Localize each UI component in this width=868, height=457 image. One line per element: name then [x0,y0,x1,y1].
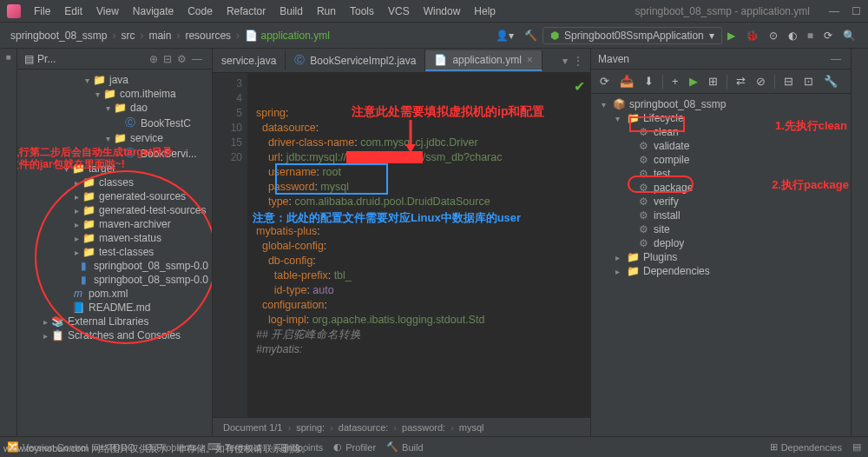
watermark: www.toymoban.com 网络图片仅供展示，非存储。如有侵权请联系删除。 [3,442,311,455]
update-icon[interactable]: ⟳ [819,26,838,45]
crumb-src[interactable]: src [117,30,138,42]
coverage-icon[interactable]: ⊙ [764,26,783,45]
menu-tools[interactable]: Tools [344,3,380,19]
toggle-skip-icon[interactable]: ⇄ [733,73,749,89]
menu-help[interactable]: Help [468,3,502,19]
editor-area: service.java ⒸBookServiceImpl2.java 📄app… [213,49,590,436]
menu-vcs[interactable]: VCS [382,3,416,19]
crumb-resources[interactable]: resources [181,30,234,42]
crumb-project[interactable]: springboot_08_ssmp [7,30,110,42]
arrow-icon [402,120,419,153]
collapse-all-icon[interactable]: ⊟ [780,73,797,89]
dependencies-button[interactable]: ⊞ Dependencies [770,441,842,453]
more-icon[interactable]: ⋮ [573,55,583,67]
right-tool-strip [851,49,868,436]
line-gutter: 345101520 [213,73,247,417]
status-ok-icon: ✔ [574,78,585,95]
annotation-target: 执行第二步后会自动生成target目录 文件的jar包就在里面啦~! [17,146,173,170]
maven-toolbar: ⟳ 📥 ⬇ + ▶ ⊞ ⇄ ⊘ ⊟ ⊡ 🔧 [591,70,851,94]
generate-icon[interactable]: 📥 [616,73,637,89]
menu-code[interactable]: Code [181,3,219,19]
maven-panel: Maven — ⟳ 📥 ⬇ + ▶ ⊞ ⇄ ⊘ ⊟ ⊡ 🔧 ▾📦springbo… [590,49,851,436]
run-icon[interactable]: ▶ [722,26,740,45]
crumb-file[interactable]: 📄 application.yml [241,30,333,42]
add-icon[interactable]: + [668,73,682,89]
stop-icon[interactable]: ■ [802,26,819,45]
chevron-down-icon: ▾ [709,30,714,42]
project-tree[interactable]: ▾📁java ▾📁com.itheima ▾📁dao ⒸBookTestC ▾📁… [17,70,212,346]
run-maven-icon[interactable]: ▶ [686,73,701,89]
download-icon[interactable]: ⬇ [641,73,657,89]
annotation-clean: 1.先执行clean [775,118,847,134]
menu-file[interactable]: File [28,3,56,19]
project-tool-icon: ▤ [24,53,34,65]
maven-panel-title: Maven [598,53,828,65]
settings-icon[interactable]: ⚙ [174,53,189,65]
minimize-icon[interactable]: — [829,5,839,17]
code-editor[interactable]: spring: datasource: driver-class-name: c… [247,73,590,417]
project-panel-title: Pr... [37,53,147,65]
collapse-icon[interactable]: ⊟ [161,53,174,65]
project-tool-icon[interactable]: ■ [5,52,10,62]
menu-build[interactable]: Build [273,3,309,19]
hide-icon[interactable]: — [828,53,844,65]
left-tool-strip: ■ [0,49,17,436]
user-icon[interactable]: 👤▾ [490,26,519,45]
crumb-main[interactable]: main [145,30,174,42]
navigation-bar: springboot_08_ssmp src main resources 📄 … [0,23,868,49]
reload-icon[interactable]: ⟳ [596,73,613,89]
hide-icon[interactable]: — [189,53,205,65]
menu-window[interactable]: Window [418,3,467,19]
debug-icon[interactable]: 🐞 [740,26,764,45]
annotation-ip: 注意此处需要填拟虚拟机的ip和配置 [352,104,544,119]
tab-bookservice[interactable]: ⒸBookServiceImpl2.java [286,50,425,71]
profiler-button[interactable]: ◐ Profiler [333,441,376,453]
menu-navigate[interactable]: Navigate [127,3,180,19]
execute-icon[interactable]: ⊞ [705,73,721,89]
editor-tabs: service.java ⒸBookServiceImpl2.java 📄app… [213,49,590,73]
editor-breadcrumb: Document 1/1 spring: datasource: passwor… [213,417,590,436]
build-button[interactable]: 🔨 Build [386,441,423,453]
skip-tests-icon[interactable]: ⊘ [753,73,769,89]
tab-service[interactable]: service.java [213,51,286,70]
menu-run[interactable]: Run [311,3,342,19]
window-title: springboot_08_ssmp - application.yml [635,5,827,17]
close-icon[interactable]: × [527,54,533,66]
profile-icon[interactable]: ◐ [783,26,802,45]
menu-view[interactable]: View [90,3,125,19]
project-panel: ▤ Pr... ⊕ ⊟ ⚙ — ▾📁java ▾📁com.itheima ▾📁d… [17,49,213,436]
maximize-icon[interactable]: ☐ [852,5,861,17]
app-logo-icon [7,4,21,18]
titlebar: File Edit View Navigate Code Refactor Bu… [0,0,868,23]
show-deps-icon[interactable]: ⊡ [800,73,817,89]
menu-edit[interactable]: Edit [58,3,89,19]
chevron-down-icon[interactable]: ▾ [562,55,568,67]
menu-refactor[interactable]: Refactor [220,3,272,19]
hammer-icon[interactable]: 🔨 [519,26,542,45]
annotation-user: 注意：此处的配置文件需要对应Linux中数据库的user [253,210,521,225]
select-opened-icon[interactable]: ⊕ [147,53,161,65]
svg-marker-1 [405,144,416,153]
annotation-package: 2.执行package [772,177,849,193]
tab-application-yml[interactable]: 📄application.yml× [425,50,542,71]
run-config-selector[interactable]: ⬢ Springboot08SsmpApplication ▾ [542,27,722,44]
search-icon[interactable]: 🔍 [838,26,861,45]
settings-icon[interactable]: 🔧 [820,73,841,89]
event-log-icon[interactable]: ▤ [852,441,861,453]
